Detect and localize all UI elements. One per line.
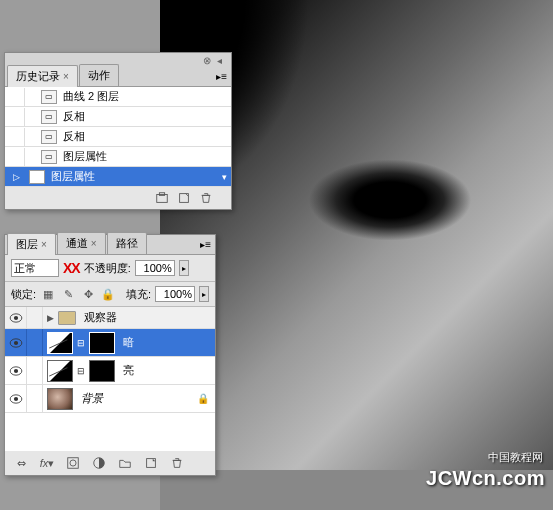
layer-name[interactable]: 背景: [77, 391, 103, 406]
svg-point-12: [70, 460, 76, 466]
tab-layers[interactable]: 图层×: [7, 233, 56, 255]
history-item-label: 反相: [61, 129, 231, 144]
panel-menu-icon[interactable]: ▸≡: [200, 239, 211, 250]
scroll-indicator-icon: ▾: [217, 172, 231, 182]
new-adjustment-button[interactable]: [87, 454, 111, 472]
folder-icon: [58, 311, 76, 325]
tab-paths-label: 路径: [116, 237, 138, 249]
svg-point-10: [13, 396, 17, 400]
new-group-button[interactable]: [113, 454, 137, 472]
history-footer: [5, 187, 231, 209]
history-item[interactable]: ▭ 曲线 2 图层: [5, 87, 231, 107]
history-step-icon: ▭: [41, 110, 57, 124]
layer-name[interactable]: 亮: [119, 363, 134, 378]
lock-all-icon[interactable]: 🔒: [100, 286, 116, 302]
svg-point-4: [13, 315, 17, 319]
lock-transparency-icon[interactable]: ▦: [40, 286, 56, 302]
visibility-toggle[interactable]: [5, 385, 27, 412]
layer-thumb[interactable]: [47, 388, 73, 410]
fill-input[interactable]: [155, 286, 195, 302]
history-item[interactable]: ▭ 反相: [5, 107, 231, 127]
history-item-label: 图层属性: [49, 169, 217, 184]
visibility-toggle[interactable]: [5, 329, 27, 356]
adjustment-thumb[interactable]: [47, 332, 73, 354]
history-step-icon: ▭: [41, 90, 57, 104]
history-delete-button[interactable]: [195, 189, 217, 207]
svg-point-6: [13, 340, 17, 344]
layer-row-background[interactable]: 背景 🔒: [5, 385, 215, 413]
fill-label: 填充:: [126, 287, 151, 302]
layer-row-selected[interactable]: ⊟ 暗: [5, 329, 215, 357]
history-item-label: 反相: [61, 109, 231, 124]
link-layers-button[interactable]: ⇔: [9, 454, 33, 472]
panel-collapse-icon[interactable]: ◂: [217, 55, 227, 65]
opacity-label: 不透明度:: [84, 261, 131, 276]
mask-link-icon[interactable]: ⊟: [77, 366, 85, 376]
history-list: ▭ 曲线 2 图层 ▭ 反相 ▭ 反相 ▭ 图层属性 ▷ ▭ 图层属性 ▾: [5, 87, 231, 187]
history-step-icon: ▭: [29, 170, 45, 184]
watermark-url: JCWcn.com: [426, 467, 545, 490]
fill-flyout-icon[interactable]: ▸: [199, 286, 209, 302]
tab-layers-label: 图层: [16, 238, 38, 250]
lock-row: 锁定: ▦ ✎ ✥ 🔒 填充: ▸: [5, 282, 215, 307]
tab-channels-label: 通道: [66, 237, 88, 249]
history-item[interactable]: ▭ 反相: [5, 127, 231, 147]
history-new-button[interactable]: [173, 189, 195, 207]
lock-position-icon[interactable]: ✥: [80, 286, 96, 302]
visibility-toggle[interactable]: [5, 307, 27, 328]
add-mask-button[interactable]: [61, 454, 85, 472]
history-tab-bar: 历史记录× 动作 ▸≡: [5, 67, 231, 87]
svg-rect-11: [68, 458, 79, 469]
tab-close-icon[interactable]: ×: [63, 71, 69, 82]
mask-link-icon[interactable]: ⊟: [77, 338, 85, 348]
history-panel: ⊗ ◂ 历史记录× 动作 ▸≡ ▭ 曲线 2 图层 ▭ 反相 ▭ 反相 ▭ 图层…: [4, 52, 232, 210]
adjustment-thumb[interactable]: [47, 360, 73, 382]
layer-fx-button[interactable]: fx▾: [35, 454, 59, 472]
layer-name[interactable]: 观察器: [80, 310, 117, 325]
history-snapshot-button[interactable]: [151, 189, 173, 207]
history-step-icon: ▭: [41, 150, 57, 164]
xx-mark: XX: [63, 260, 80, 276]
tab-actions[interactable]: 动作: [79, 64, 119, 86]
opacity-input[interactable]: [135, 260, 175, 276]
history-item-label: 图层属性: [61, 149, 231, 164]
svg-point-8: [13, 368, 17, 372]
mask-thumb[interactable]: [89, 360, 115, 382]
visibility-toggle[interactable]: [5, 357, 27, 384]
delete-layer-button[interactable]: [165, 454, 189, 472]
tab-history-label: 历史记录: [16, 70, 60, 82]
layer-row[interactable]: ⊟ 亮: [5, 357, 215, 385]
tab-close-icon[interactable]: ×: [91, 238, 97, 249]
panel-close-icon[interactable]: ⊗: [203, 55, 213, 65]
layers-panel: 图层× 通道× 路径 ▸≡ XX 不透明度: ▸ 锁定: ▦ ✎ ✥ 🔒 填充:…: [4, 234, 216, 476]
layers-tab-bar: 图层× 通道× 路径 ▸≡: [5, 235, 215, 255]
group-expand-icon[interactable]: ▶: [47, 313, 54, 323]
history-item[interactable]: ▭ 图层属性: [5, 147, 231, 167]
watermark-text: 中国教程网: [488, 450, 543, 465]
layers-footer: ⇔ fx▾: [5, 451, 215, 475]
opacity-flyout-icon[interactable]: ▸: [179, 260, 189, 276]
tab-history[interactable]: 历史记录×: [7, 65, 78, 87]
mask-thumb[interactable]: [89, 332, 115, 354]
new-layer-button[interactable]: [139, 454, 163, 472]
lock-label: 锁定:: [11, 287, 36, 302]
layers-list: ▶ 观察器 ⊟ 暗 ⊟ 亮: [5, 307, 215, 451]
lock-icon: 🔒: [197, 393, 209, 404]
blend-mode-select[interactable]: [11, 259, 59, 277]
layer-name[interactable]: 暗: [119, 335, 134, 350]
layer-group-row[interactable]: ▶ 观察器: [5, 307, 215, 329]
tab-channels[interactable]: 通道×: [57, 232, 106, 254]
history-step-icon: ▭: [41, 130, 57, 144]
history-item-label: 曲线 2 图层: [61, 89, 231, 104]
tab-actions-label: 动作: [88, 69, 110, 81]
blend-mode-row: XX 不透明度: ▸: [5, 255, 215, 282]
tab-close-icon[interactable]: ×: [41, 239, 47, 250]
lock-pixels-icon[interactable]: ✎: [60, 286, 76, 302]
tab-paths[interactable]: 路径: [107, 232, 147, 254]
panel-menu-icon[interactable]: ▸≡: [216, 71, 227, 82]
history-item-current[interactable]: ▷ ▭ 图层属性 ▾: [5, 167, 231, 187]
